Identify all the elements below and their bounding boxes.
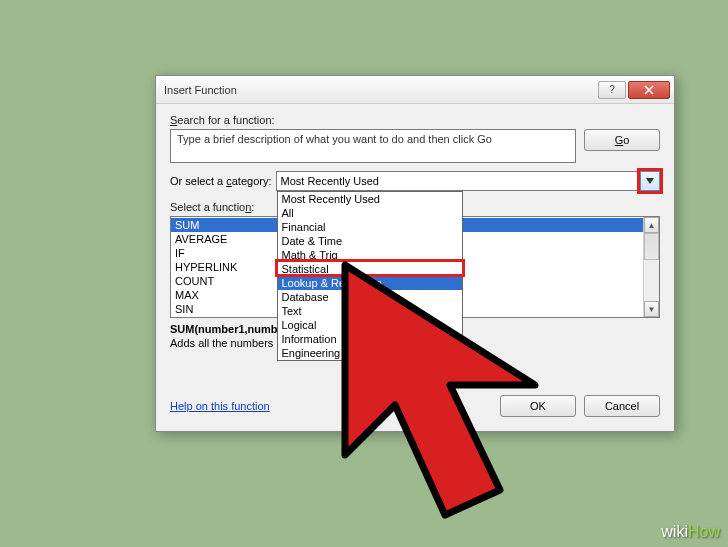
scroll-track[interactable] [644, 233, 659, 301]
search-input[interactable]: Type a brief description of what you wan… [170, 129, 576, 163]
go-button[interactable]: Go [584, 129, 660, 151]
dropdown-item[interactable]: Financial [278, 220, 462, 234]
category-label: Or select a category: [170, 175, 272, 187]
category-dropdown: Most Recently Used All Financial Date & … [277, 191, 463, 361]
dropdown-item[interactable]: Statistical [278, 262, 462, 276]
cancel-button[interactable]: Cancel [584, 395, 660, 417]
category-combobox[interactable]: Most Recently Used Most Recently Used Al… [276, 171, 661, 191]
dropdown-item[interactable]: Text [278, 304, 462, 318]
category-value: Most Recently Used [281, 175, 379, 187]
dropdown-item[interactable]: Database [278, 290, 462, 304]
dropdown-item[interactable]: Logical [278, 318, 462, 332]
search-label: Search for a function: [170, 114, 660, 126]
chevron-down-icon [646, 178, 654, 184]
insert-function-dialog: Insert Function ? Search for a function:… [155, 75, 675, 432]
dropdown-item[interactable]: Most Recently Used [278, 192, 462, 206]
dropdown-item[interactable]: Information [278, 332, 462, 346]
help-link[interactable]: Help on this function [170, 400, 492, 412]
dropdown-item[interactable]: Math & Trig [278, 248, 462, 262]
help-button[interactable]: ? [598, 81, 626, 99]
watermark: wikiHow [661, 523, 720, 541]
dropdown-item[interactable]: Date & Time [278, 234, 462, 248]
scroll-down-button[interactable]: ▼ [644, 301, 659, 317]
dropdown-item[interactable]: All [278, 206, 462, 220]
combo-dropdown-button[interactable] [640, 171, 660, 191]
dropdown-item-highlighted[interactable]: Lookup & Reference [278, 276, 462, 290]
listbox-scrollbar[interactable]: ▲ ▼ [643, 217, 659, 317]
close-icon [644, 85, 654, 95]
ok-button[interactable]: OK [500, 395, 576, 417]
close-button[interactable] [628, 81, 670, 99]
titlebar[interactable]: Insert Function ? [156, 76, 674, 104]
dialog-title: Insert Function [164, 84, 596, 96]
scroll-thumb[interactable] [644, 233, 659, 260]
dialog-content: Search for a function: Type a brief desc… [156, 104, 674, 431]
dropdown-item[interactable]: Engineering [278, 346, 462, 360]
scroll-up-button[interactable]: ▲ [644, 217, 659, 233]
